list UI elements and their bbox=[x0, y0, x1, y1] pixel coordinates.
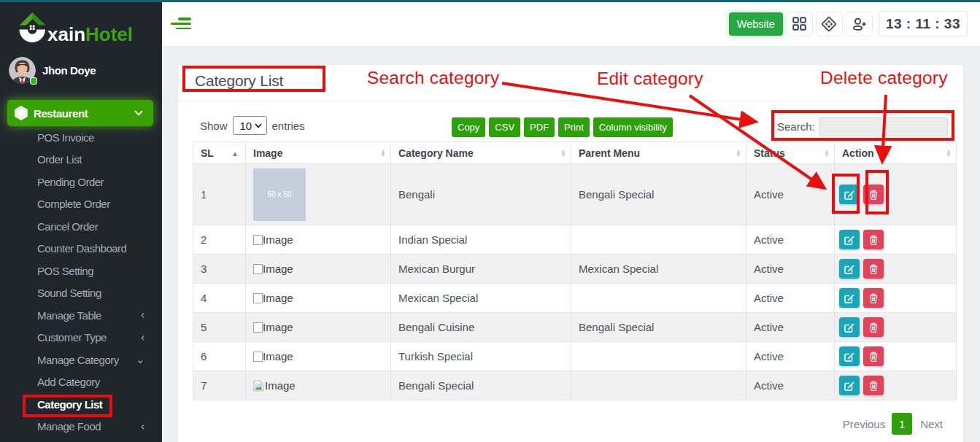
sidebar-item-complete-order[interactable]: Complete Order bbox=[0, 193, 162, 216]
website-button[interactable]: Website bbox=[729, 12, 783, 36]
logo-text: xainHotel bbox=[47, 25, 133, 44]
delete-button[interactable] bbox=[863, 259, 884, 279]
category-table: SL▲ Image▲▼ Category Name▲▼ Parent Menu▲… bbox=[193, 141, 957, 400]
cell-parent bbox=[571, 371, 746, 400]
sort-both-icon: ▲▼ bbox=[946, 150, 952, 157]
column-header-status[interactable]: Status▲▼ bbox=[746, 142, 835, 164]
table-row: 5 Image Bengali Cuisine Bengali Special … bbox=[193, 313, 957, 342]
broken-image-icon bbox=[253, 293, 263, 303]
delete-button[interactable] bbox=[863, 185, 884, 204]
broken-image-color-icon bbox=[253, 380, 264, 392]
apps-grid-button[interactable] bbox=[786, 12, 813, 36]
edit-button[interactable] bbox=[839, 185, 860, 204]
sidebar-toggle-hamburger-icon[interactable] bbox=[171, 18, 191, 32]
cell-sl: 3 bbox=[193, 255, 246, 284]
chevron-left-icon: ‹ bbox=[141, 309, 145, 322]
previous-page-button[interactable]: Previous bbox=[843, 418, 885, 430]
sidebar-item-add-category[interactable]: Add Category bbox=[0, 371, 162, 394]
cell-status: Active bbox=[746, 255, 835, 284]
cell-sl: 2 bbox=[193, 225, 246, 255]
sidebar-item-order-list[interactable]: Order List bbox=[0, 149, 162, 171]
online-status-dot bbox=[30, 77, 37, 85]
column-visibility-button[interactable]: Column visibility bbox=[593, 117, 673, 137]
sidebar-item-manage-category[interactable]: Manage Category⌄ bbox=[0, 349, 162, 371]
clock-display: 13 : 11 : 33 bbox=[879, 11, 968, 36]
edit-button[interactable] bbox=[839, 376, 860, 395]
sidebar-item-manage-table[interactable]: Manage Table‹ bbox=[0, 304, 162, 327]
delete-button[interactable] bbox=[863, 346, 884, 366]
page-size-select[interactable]: 10 bbox=[233, 116, 267, 135]
cell-sl: 6 bbox=[193, 342, 246, 371]
user-profile[interactable]: Jhon Doye bbox=[9, 57, 96, 84]
page-1-button[interactable]: 1 bbox=[892, 413, 912, 435]
sidebar-item-sound-setting[interactable]: Sound Setting bbox=[0, 282, 162, 305]
sidebar-item-manage-food[interactable]: Manage Food‹ bbox=[0, 416, 162, 438]
sidebar-item-cancel-order[interactable]: Cancel Order bbox=[0, 215, 162, 238]
column-header-sl[interactable]: SL▲ bbox=[193, 142, 246, 164]
sidebar-item-pos-invoice[interactable]: POS Invoice bbox=[0, 126, 162, 149]
grid-icon bbox=[792, 17, 806, 31]
cell-image: Image bbox=[246, 371, 391, 400]
cell-status: Active bbox=[746, 371, 835, 400]
sidebar-item-pending-order[interactable]: Pending Order bbox=[0, 171, 162, 193]
cell-action bbox=[835, 255, 957, 284]
delete-button[interactable] bbox=[863, 317, 884, 337]
table-header-row: SL▲ Image▲▼ Category Name▲▼ Parent Menu▲… bbox=[193, 142, 957, 164]
cell-category: Indian Special bbox=[391, 225, 571, 255]
column-header-action[interactable]: Action▲▼ bbox=[835, 142, 957, 164]
edit-button[interactable] bbox=[839, 288, 860, 308]
sidebar-item-pos-setting[interactable]: POS Setting bbox=[0, 260, 162, 282]
length-control: Show 10 entries bbox=[200, 116, 305, 135]
diamond-move-icon bbox=[821, 16, 837, 32]
app-logo[interactable]: xainHotel bbox=[19, 8, 133, 44]
cell-category: Mexican Special bbox=[391, 284, 571, 313]
user-name: Jhon Doye bbox=[42, 64, 96, 77]
pos-screen-button[interactable] bbox=[816, 12, 843, 36]
cell-parent: Bengali Special bbox=[571, 313, 746, 342]
sort-both-icon: ▲▼ bbox=[824, 150, 830, 157]
cell-action bbox=[835, 313, 957, 342]
sidebar-item-counter-dashboard[interactable]: Counter Dashboard bbox=[0, 238, 162, 260]
delete-button[interactable] bbox=[863, 230, 884, 249]
next-page-button[interactable]: Next bbox=[920, 418, 943, 430]
copy-button[interactable]: Copy bbox=[452, 117, 485, 137]
search-input[interactable] bbox=[819, 117, 948, 136]
cell-sl: 7 bbox=[193, 371, 246, 400]
add-user-button[interactable] bbox=[846, 12, 873, 36]
delete-button[interactable] bbox=[863, 376, 884, 395]
sidebar: xainHotel Jhon Doye bbox=[0, 2, 162, 442]
table-row: 4 Image Mexican Special Active bbox=[193, 284, 957, 313]
cell-sl: 4 bbox=[193, 284, 246, 313]
cell-parent bbox=[571, 342, 746, 371]
edit-pencil-icon bbox=[844, 381, 854, 391]
edit-button[interactable] bbox=[839, 230, 860, 249]
column-header-image[interactable]: Image▲▼ bbox=[246, 142, 391, 164]
pdf-button[interactable]: PDF bbox=[524, 117, 555, 137]
person-plus-icon bbox=[852, 17, 867, 31]
sidebar-item-restaurant[interactable]: Restaurent bbox=[7, 100, 153, 126]
sort-both-icon: ▲▼ bbox=[380, 150, 386, 157]
edit-button[interactable] bbox=[839, 317, 860, 337]
cell-category: Bengali Special bbox=[391, 371, 571, 400]
column-header-category-name[interactable]: Category Name▲▼ bbox=[391, 142, 571, 164]
edit-button[interactable] bbox=[839, 346, 860, 366]
cell-image: Image bbox=[246, 284, 391, 313]
delete-button[interactable] bbox=[863, 288, 884, 308]
cell-status: Active bbox=[746, 342, 835, 371]
table-row: 1 50 x 50 Bengali Bengali Special Active bbox=[193, 164, 957, 225]
table-row: 3 Image Mexican Burgur Mexican Special A… bbox=[193, 255, 957, 284]
table-row: 6 Image Turkish Special Active bbox=[193, 342, 957, 371]
csv-button[interactable]: CSV bbox=[489, 117, 520, 137]
cell-sl: 5 bbox=[193, 313, 246, 342]
cell-image: Image bbox=[246, 313, 391, 342]
print-button[interactable]: Print bbox=[558, 117, 590, 137]
edit-button[interactable] bbox=[839, 259, 860, 279]
table-search: Search: bbox=[777, 117, 948, 136]
column-header-parent-menu[interactable]: Parent Menu▲▼ bbox=[571, 142, 746, 164]
trash-icon bbox=[869, 381, 878, 391]
edit-pencil-icon bbox=[844, 264, 854, 274]
image-placeholder: 50 x 50 bbox=[253, 168, 306, 221]
sidebar-item-category-list[interactable]: Category List bbox=[0, 393, 162, 416]
sidebar-item-customer-type[interactable]: Customer Type‹ bbox=[0, 327, 162, 349]
cell-image: Image bbox=[246, 342, 391, 371]
